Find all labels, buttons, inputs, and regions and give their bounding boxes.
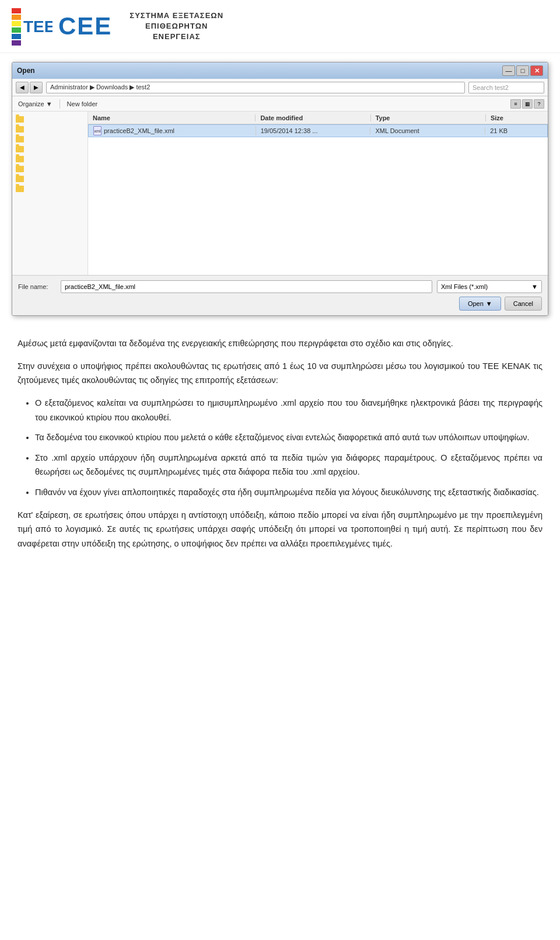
cancel-label: Cancel bbox=[513, 300, 533, 307]
svg-rect-0 bbox=[12, 8, 21, 13]
filename-label: File name: bbox=[18, 283, 56, 290]
back-button[interactable]: ◀ bbox=[16, 82, 29, 93]
filename-row: File name: practiceB2_XML_file.xml Xml F… bbox=[18, 280, 542, 293]
paragraph-2: Στην συνέχεια ο υποψήφιος πρέπει ακολουθ… bbox=[18, 359, 542, 388]
dialog-titlebar: Open — □ ✕ bbox=[12, 62, 548, 79]
open-arrow: ▼ bbox=[486, 300, 492, 307]
col-date[interactable]: Date modified bbox=[256, 114, 370, 121]
paragraph-3: Κατ' εξαίρεση, σε ερωτήσεις όπου υπάρχει… bbox=[18, 508, 542, 551]
organize-button[interactable]: Organize ▼ bbox=[16, 100, 55, 108]
col-size[interactable]: Size bbox=[486, 114, 548, 121]
svg-text:TEE: TEE bbox=[23, 18, 52, 36]
folder-icon bbox=[16, 116, 24, 123]
dialog-body: Name Date modified Type Size xml practic… bbox=[12, 112, 548, 275]
minimize-button[interactable]: — bbox=[502, 65, 515, 76]
cancel-button[interactable]: Cancel bbox=[505, 297, 542, 311]
forward-button[interactable]: ▶ bbox=[30, 82, 43, 93]
filename-value: practiceB2_XML_file.xml bbox=[65, 283, 135, 290]
search-placeholder: Search test2 bbox=[473, 84, 509, 91]
folder-icon bbox=[16, 126, 24, 133]
filetype-label: Xml Files (*.xml) bbox=[441, 283, 488, 290]
header: TEE CEE ΣΥΣΤΗΜΑ ΕΞΕΤΑΣΕΩΝ ΕΠΙΘΕΩΡΗΤΩΝ ΕΝ… bbox=[0, 0, 560, 53]
svg-rect-1 bbox=[12, 15, 21, 20]
paragraph-1: Αμέσως μετά εμφανίζονται τα δεδομένα της… bbox=[18, 336, 542, 351]
dialog-controls[interactable]: — □ ✕ bbox=[502, 65, 543, 76]
svg-rect-2 bbox=[12, 21, 21, 26]
new-folder-button[interactable]: New folder bbox=[65, 100, 100, 108]
file-open-dialog: Open — □ ✕ ◀ ▶ Administrator ▶ Downloads… bbox=[12, 62, 548, 316]
folder-item[interactable] bbox=[12, 144, 88, 154]
file-date-cell: 19/05/2014 12:38 ... bbox=[256, 127, 371, 134]
header-title: ΣΥΣΤΗΜΑ ΕΞΕΤΑΣΕΩΝ ΕΠΙΘΕΩΡΗΤΩΝ ΕΝΕΡΓΕΙΑΣ bbox=[130, 11, 223, 43]
nav-buttons[interactable]: ◀ ▶ bbox=[16, 82, 43, 93]
folder-icon bbox=[16, 176, 24, 182]
filetype-arrow: ▼ bbox=[531, 283, 538, 290]
view-details-icon[interactable]: ≡ bbox=[510, 99, 521, 109]
path-text: Administrator ▶ Downloads ▶ test2 bbox=[50, 83, 150, 91]
bullet-item-4: Πιθανόν να έχουν γίνει απλοποιητικές παρ… bbox=[35, 485, 542, 500]
folder-item[interactable] bbox=[12, 164, 88, 174]
file-row-xml[interactable]: xml practiceB2_XML_file.xml 19/05/2014 1… bbox=[88, 124, 548, 137]
view-icons: ≡ ▦ ? bbox=[510, 99, 544, 109]
header-title-line1: ΣΥΣΤΗΜΑ ΕΞΕΤΑΣΕΩΝ bbox=[130, 11, 223, 21]
header-title-line3: ΕΝΕΡΓΕΙΑΣ bbox=[130, 32, 223, 42]
action-row: Open ▼ Cancel bbox=[18, 297, 542, 311]
bullet-item-1: Ο εξεταζόμενος καλείται να συμπληρώσει τ… bbox=[35, 396, 542, 424]
folder-icon bbox=[16, 156, 24, 162]
file-type-cell: XML Document bbox=[370, 127, 485, 134]
svg-rect-5 bbox=[12, 40, 21, 46]
folder-item[interactable] bbox=[12, 154, 88, 164]
organize-label: Organize ▼ bbox=[18, 100, 52, 107]
file-name-cell[interactable]: xml practiceB2_XML_file.xml bbox=[89, 126, 256, 135]
folder-item[interactable] bbox=[12, 134, 88, 144]
dialog-bottom: File name: practiceB2_XML_file.xml Xml F… bbox=[12, 275, 548, 315]
file-area: Name Date modified Type Size xml practic… bbox=[88, 112, 548, 275]
main-content: Αμέσως μετά εμφανίζονται τα δεδομένα της… bbox=[0, 325, 560, 571]
svg-rect-4 bbox=[12, 34, 21, 39]
bullet-list: Ο εξεταζόμενος καλείται να συμπληρώσει τ… bbox=[35, 396, 542, 500]
filename-input[interactable]: practiceB2_XML_file.xml bbox=[61, 280, 432, 293]
toolbar-separator bbox=[60, 99, 60, 109]
folder-item[interactable] bbox=[12, 114, 88, 124]
logo-container: TEE CEE bbox=[12, 6, 112, 47]
search-box[interactable]: Search test2 bbox=[468, 82, 544, 93]
open-button[interactable]: Open ▼ bbox=[459, 297, 501, 311]
folder-icon bbox=[16, 166, 24, 172]
folder-icon bbox=[16, 146, 24, 152]
cee-logo-icon: TEE bbox=[12, 6, 52, 47]
folder-panel bbox=[12, 112, 88, 275]
bullet-item-2: Τα δεδομένα του εικονικού κτιρίου που με… bbox=[35, 430, 542, 445]
view-list-icon[interactable]: ▦ bbox=[522, 99, 533, 109]
bullet-item-3: Στο .xml αρχείο υπάρχουν ήδη συμπληρωμέν… bbox=[35, 451, 542, 479]
filetype-select[interactable]: Xml Files (*.xml) ▼ bbox=[437, 280, 542, 293]
file-size-cell: 21 KB bbox=[485, 127, 547, 134]
dialog-toolbar: Organize ▼ New folder ≡ ▦ ? bbox=[12, 96, 548, 112]
header-title-line2: ΕΠΙΘΕΩΡΗΤΩΝ bbox=[130, 21, 223, 32]
folder-item[interactable] bbox=[12, 174, 88, 184]
folder-item[interactable] bbox=[12, 124, 88, 134]
col-type[interactable]: Type bbox=[371, 114, 486, 121]
close-button[interactable]: ✕ bbox=[530, 65, 543, 76]
folder-icon bbox=[16, 186, 24, 192]
open-label: Open bbox=[468, 300, 484, 307]
folder-icon bbox=[16, 136, 24, 142]
dialog-title: Open bbox=[17, 67, 35, 75]
logo-text: CEE bbox=[58, 12, 112, 40]
folder-item[interactable] bbox=[12, 184, 88, 194]
address-path[interactable]: Administrator ▶ Downloads ▶ test2 bbox=[46, 82, 465, 93]
view-help-icon[interactable]: ? bbox=[534, 99, 544, 109]
file-list-header: Name Date modified Type Size bbox=[88, 112, 548, 124]
dialog-addressbar: ◀ ▶ Administrator ▶ Downloads ▶ test2 Se… bbox=[12, 79, 548, 96]
new-folder-label: New folder bbox=[67, 100, 98, 107]
svg-rect-3 bbox=[12, 27, 21, 33]
file-name: practiceB2_XML_file.xml bbox=[104, 127, 174, 134]
xml-file-icon: xml bbox=[93, 126, 102, 135]
col-name[interactable]: Name bbox=[88, 114, 256, 121]
maximize-button[interactable]: □ bbox=[516, 65, 529, 76]
